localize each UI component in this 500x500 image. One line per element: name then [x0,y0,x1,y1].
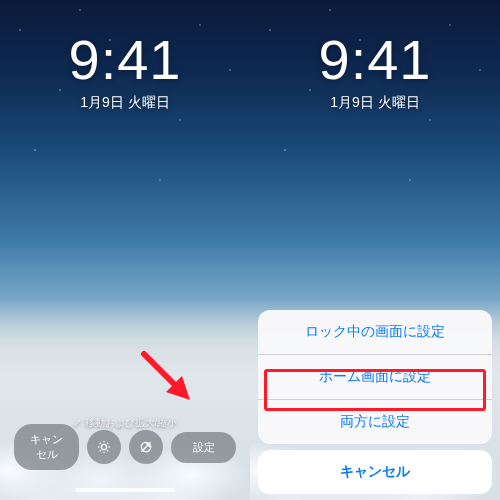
cancel-button[interactable]: キャンセル [14,424,79,470]
lock-clock: 9:41 1月9日 火曜日 [0,32,250,112]
appearance-button[interactable] [87,430,121,464]
motion-off-icon [138,439,154,455]
set-both-option[interactable]: 両方に設定 [258,399,492,444]
iris-icon [96,439,112,455]
action-sheet-cancel-button[interactable]: キャンセル [258,450,492,494]
clock-time: 9:41 [250,32,500,88]
wallpaper-preview-screen: 9:41 1月9日 火曜日 ⤢移動および拡大/縮小 キャンセル 設定 [0,0,250,500]
wallpaper-clouds [0,300,250,500]
wallpaper-set-actionsheet-screen: 9:41 1月9日 火曜日 ロック中の画面に設定 ホーム画面に設定 両方に設定 … [250,0,500,500]
clock-date: 1月9日 火曜日 [250,94,500,112]
clock-time: 9:41 [0,32,250,88]
lock-clock: 9:41 1月9日 火曜日 [250,32,500,112]
action-sheet-options: ロック中の画面に設定 ホーム画面に設定 両方に設定 [258,310,492,444]
set-home-screen-option[interactable]: ホーム画面に設定 [258,354,492,399]
set-button[interactable]: 設定 [171,432,236,463]
action-sheet: ロック中の画面に設定 ホーム画面に設定 両方に設定 キャンセル [258,310,492,494]
set-lock-screen-option[interactable]: ロック中の画面に設定 [258,310,492,354]
home-indicator[interactable] [75,488,175,492]
svg-point-2 [101,444,106,449]
clock-date: 1月9日 火曜日 [0,94,250,112]
preview-toolbar: キャンセル 設定 [14,424,236,470]
perspective-button[interactable] [129,430,163,464]
